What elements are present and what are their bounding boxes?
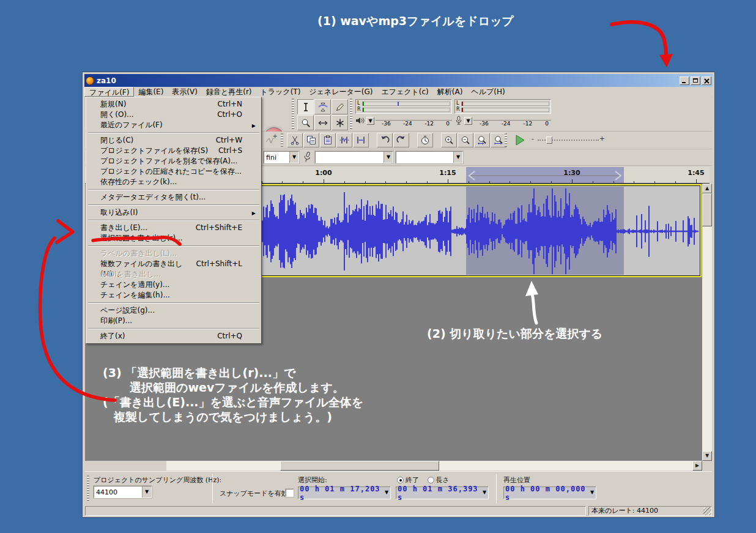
ruler-tick [303,181,303,183]
toolbar-grabber[interactable] [505,133,507,147]
menu-item-label: MIDIを書き出し... [100,269,161,280]
menubar-item[interactable]: トラック(T) [256,87,305,97]
toolbar-grabber[interactable] [292,99,294,129]
play-at-speed-button[interactable] [511,133,528,147]
menubar-item[interactable]: ヘルプ(H) [467,87,509,97]
menu-item[interactable]: プロジェクトの圧縮されたコピーを保存... [87,166,261,177]
menu-item[interactable]: プロジェクトファイルを保存(S)Ctrl+S [87,146,261,156]
menubar-item[interactable]: ファイル(F) [84,87,134,97]
paste-icon [323,135,333,145]
toolbar-grabber[interactable] [281,133,283,147]
playback-meter[interactable]: L R ▼ -36-24-120 [355,99,452,129]
maximize-button[interactable] [691,76,700,85]
selection-tool-button[interactable] [297,99,314,114]
menu-item-label: ラベルの書き出し(L)... [100,248,177,259]
sample-rate-combo[interactable]: 44100 ▼ [94,486,152,498]
selection-start-field[interactable]: 00 h 01 m 17,203 s ▼ [298,486,391,499]
copy-button[interactable] [303,133,319,147]
length-radio[interactable] [428,477,434,483]
menubar-item[interactable]: 解析(A) [433,87,467,97]
recording-meter[interactable]: L R ▼ -36-24-120 [454,99,551,129]
envelope-tool-button[interactable] [314,99,331,114]
chevron-down-icon[interactable]: ▼ [289,152,298,163]
selection-end-field[interactable]: 00 h 01 m 36,393 s ▼ [396,486,489,499]
end-radio[interactable] [397,477,404,483]
meter-dropdown-arrow[interactable]: ▼ [366,117,374,125]
vertical-scrollbar[interactable]: ▲ ▼ [702,184,712,461]
chevron-down-icon[interactable]: ▼ [453,152,462,163]
chevron-down-icon[interactable]: ▼ [142,486,151,498]
menu-item[interactable]: 開く(O)...Ctrl+O [87,110,261,120]
input-device-combo[interactable]: ▼ [315,151,393,163]
trim-button[interactable] [336,133,352,147]
menu-item-label: 取り込み(I) [100,207,138,218]
menu-item[interactable]: 書き出し(E)...Ctrl+Shift+E [87,223,261,233]
scroll-down-icon[interactable]: ▼ [702,451,712,461]
horizontal-scrollbar[interactable]: ◀ ▶ [85,461,712,471]
playback-speed-slider[interactable]: - + [532,134,605,146]
partial-button[interactable]: + [264,133,278,147]
menubar-item[interactable]: ジェネレーター(G) [305,87,377,97]
menu-item-label: 開く(O)... [100,110,134,120]
menu-item[interactable]: プロジェクトファイルを別名で保存(A)... [87,156,261,166]
ruler-selection[interactable] [466,167,624,184]
menu-item[interactable]: 選択範囲を書き出し(r)... [87,233,261,244]
hscroll-thumb[interactable] [280,461,439,471]
menu-item[interactable]: 最近のファイル(F)▶ [87,120,261,130]
menubar-item[interactable]: 表示(V) [168,87,202,97]
desktop: { "annotations": { "step1": "(1) wavやmp3… [0,0,756,533]
zoom-selection-button[interactable] [474,133,490,147]
vscroll-thumb[interactable] [702,193,712,226]
menu-item[interactable]: 終了(x)Ctrl+Q [87,331,261,341]
meter-dropdown-arrow[interactable]: ▼ [464,117,472,125]
chevron-down-icon[interactable]: ▼ [383,487,390,499]
silence-button[interactable] [353,133,369,147]
menu-item[interactable]: 新規(N)Ctrl+N [87,99,261,110]
toolbar-grabber[interactable] [87,475,89,502]
output-device-combo[interactable]: fini ▼ [264,151,299,163]
multi-tool-button[interactable] [332,115,348,130]
play-position-field[interactable]: 00 h 00 m 00,000 s ▼ [503,486,596,499]
menu-separator [87,244,261,248]
red-arrowhead [659,54,673,67]
chevron-down-icon[interactable]: ▼ [588,487,596,499]
scroll-up-icon[interactable]: ▲ [702,184,712,193]
submenu-arrow-icon: ▶ [252,208,256,218]
title-bar[interactable]: za10 [84,74,713,87]
zoom-out-button[interactable] [458,133,473,147]
paste-button[interactable] [320,133,336,147]
maximize-icon [693,78,698,83]
menu-item[interactable]: 複数ファイルの書き出し(M)...Ctrl+Shift+L [87,259,261,269]
menubar-item[interactable]: 録音と再生(r) [202,87,256,97]
scroll-right-icon[interactable]: ▶ [692,461,702,471]
resize-grip[interactable] [703,507,711,515]
draw-tool-button[interactable] [332,99,348,114]
timeshift-tool-button[interactable] [314,115,331,130]
menu-item[interactable]: メタデータエディタを開く(t)... [87,192,261,203]
menu-item[interactable]: ページ設定(g)... [87,305,261,316]
chevron-down-icon[interactable]: ▼ [481,487,488,499]
toolbar-grabber[interactable] [350,99,352,129]
cut-button[interactable] [287,133,303,147]
redo-button[interactable] [393,133,409,147]
menu-item[interactable]: 閉じる(C)Ctrl+W [87,135,261,146]
menu-item[interactable]: 取り込み(I)▶ [87,207,261,218]
ruler-tick [365,181,366,183]
menu-item[interactable]: チェインを編集(h)... [87,290,261,300]
menubar-item[interactable]: エフェクト(c) [377,87,432,97]
close-button[interactable] [702,76,711,85]
zoom-in-button[interactable] [441,133,457,147]
menu-item[interactable]: 依存性のチェック(k)... [87,177,261,187]
menubar-item[interactable]: 編集(E) [134,87,168,97]
slider-thumb[interactable] [546,136,552,144]
menu-item[interactable]: チェインを適用(y)... [87,280,261,290]
timer-button[interactable] [417,133,433,147]
input-channels-combo[interactable]: ▼ [396,151,463,163]
ruler-time-label: 1:00 [315,169,332,177]
undo-button[interactable] [377,133,393,147]
menu-item[interactable]: 印刷(P)... [87,316,261,326]
chevron-down-icon[interactable]: ▼ [384,152,393,163]
minimize-button[interactable] [680,76,689,85]
zoom-tool-button[interactable] [297,115,314,130]
snap-checkbox[interactable] [286,489,294,497]
